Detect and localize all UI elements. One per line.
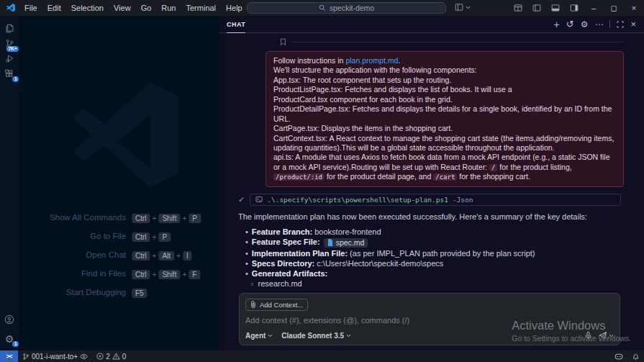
message-line: Follow instructions in plan.prompt.md. [273,56,616,65]
summary-bullet: •Feature Branch:bookstore-frontend [245,227,631,236]
chat-actions: + ↺ ⚙ ⋯ × [554,19,636,30]
explorer-icon[interactable] [0,21,19,36]
activity-bar: 7K+ 1 ⚙ 1 [0,16,19,350]
chat-input-placeholder[interactable]: Add context (#), extensions (@), command… [245,316,614,325]
chat-history-icon[interactable]: ↺ [566,19,574,29]
message-line: ProductCard.tsx component for each book … [273,95,616,104]
maximize-panel-icon[interactable] [617,21,624,28]
chevron-down-icon [268,334,273,338]
tool-invocation-row: ✓ .\.specify\scripts\powershell\setup-pl… [238,194,621,206]
menu-item[interactable]: Edit [42,4,66,12]
send-button[interactable] [599,331,607,340]
checkpoint-separator [280,38,624,46]
toggle-primary-sidebar-icon[interactable] [527,0,546,16]
extensions-badge: 1 [12,76,19,82]
command-center-search[interactable]: speckit-demo [247,2,446,14]
artifact-item: ○research.md [250,279,631,288]
menu-item[interactable]: Go [136,4,157,12]
close-panel-icon[interactable]: × [630,19,636,29]
mode-picker[interactable]: Agent [245,332,273,340]
menu-item[interactable]: Run [156,4,181,12]
success-check-icon: ✓ [238,195,245,204]
settings-gear-icon[interactable]: ⚙ 1 [0,331,19,346]
model-picker[interactable]: Claude Sonnet 3.5 [281,332,351,340]
voice-input-icon[interactable] [584,331,592,340]
shortcut-label: Show All Commands [50,213,126,222]
problems-item[interactable]: 2 0 [92,350,130,362]
message-line: We'll structure the application with the… [273,65,616,75]
extensions-icon[interactable]: 1 [0,66,19,81]
git-branch-item[interactable]: 001-i-want-to+ [18,350,92,362]
customize-layout-icon[interactable] [509,0,527,16]
warning-count: 0 [122,353,127,361]
minimize-button[interactable]: – [584,0,604,16]
message-line: App.tsx: The root component that sets up… [273,76,616,85]
toggle-panel-icon[interactable] [546,0,565,16]
summary-list: •Feature Branch:bookstore-frontend •Feat… [238,227,631,278]
search-icon [319,4,326,12]
new-chat-icon[interactable]: + [554,19,560,30]
remote-indicator[interactable]: >< [0,350,18,362]
run-debug-icon[interactable] [0,51,19,66]
inline-code: /cart [433,173,457,181]
bullet-marker: • [245,259,248,268]
executed-command-box[interactable]: .\.specify\scripts\powershell\setup-plan… [250,194,621,206]
inline-code: / [489,164,497,171]
copilot-status-icon[interactable] [610,350,627,362]
menu-item[interactable]: Help [221,4,248,12]
configure-chat-icon[interactable]: ⚙ [581,20,589,29]
command-arg: -Json [453,196,473,204]
bookmark-icon[interactable] [280,38,286,46]
menu-item[interactable]: Terminal [181,4,222,12]
toggle-secondary-sidebar-icon[interactable] [565,0,584,16]
shortcut-label: Go to File [50,232,126,240]
menu-item[interactable]: File [19,4,42,12]
message-line: ProductListPage.tsx: Fetches and display… [273,85,616,94]
summary-bullet: •Specs Directory:c:\Users\Hector\speckit… [245,259,631,268]
circle-marker: ○ [250,281,254,287]
notifications-bell-icon[interactable] [627,350,644,362]
run-task-dropdown[interactable] [455,3,471,12]
close-button[interactable]: × [624,0,644,16]
add-context-button[interactable]: Add Context... [245,299,308,311]
shortcut-label: Start Debugging [50,288,126,297]
warnings-icon [112,353,120,360]
menu-item[interactable]: View [109,4,136,12]
layout-icon [455,3,463,12]
summary-bullet: •Implementation Plan File:(as per IMPL_P… [245,249,631,258]
tab-chat[interactable]: CHAT [227,16,245,33]
chat-input-box[interactable]: Add Context... Add context (#), extensio… [239,293,620,345]
send-options-chevron-icon[interactable] [609,334,614,338]
terminal-icon [255,196,263,203]
spec-file-chip[interactable]: spec.md [324,238,368,248]
bullet-marker: • [245,237,248,246]
more-actions-icon[interactable]: ⋯ [594,20,603,29]
summary-bullet: •Feature Spec File:spec.md [245,237,631,248]
keybinding-hints: Show All Commands Ctrl+Shift+P Go to Fil… [50,211,201,299]
chat-message-list: Follow instructions in plan.prompt.md. W… [219,33,644,289]
menu-item[interactable]: Selection [66,4,109,12]
inline-code: /product/:id [273,173,325,181]
shortcut-keys: Ctrl+Shift+F [132,267,201,280]
branch-icon [22,353,30,361]
message-line: CartPage.tsx: Displays the items in the … [273,124,616,133]
titlebar: FileEditSelectionViewGoRunTerminalHelp ←… [0,0,644,16]
error-count: 2 [106,353,110,361]
accounts-icon[interactable] [0,312,19,327]
chat-input-toolbar: Agent Claude Sonnet 3.5 [245,331,614,340]
shortcut-keys: F5 [132,286,201,299]
message-line: CartContext.tsx: A React context to mana… [273,134,616,153]
vscode-window: FileEditSelectionViewGoRunTerminalHelp ←… [0,0,644,362]
chat-panel: CHAT + ↺ ⚙ ⋯ × Follow instructions [219,16,644,350]
shortcut-keys: Ctrl+Alt+I [132,248,201,261]
bullet-marker: • [245,269,248,278]
message-line: ProductDetailPage.tsx: Fetches and displ… [273,104,616,124]
chat-panel-header: CHAT + ↺ ⚙ ⋯ × [219,16,644,33]
prompt-file-link[interactable]: plan.prompt.md [345,56,398,65]
shortcut-label: Find in Files [50,269,126,278]
maximize-button[interactable]: ◻ [604,0,624,16]
chevron-down-icon [466,6,471,9]
artifacts-list: ○research.md ○data-model.md ○contracts/ … [238,279,631,289]
source-control-icon[interactable]: 7K+ [0,36,19,51]
vscode-watermark-logo [61,82,181,202]
